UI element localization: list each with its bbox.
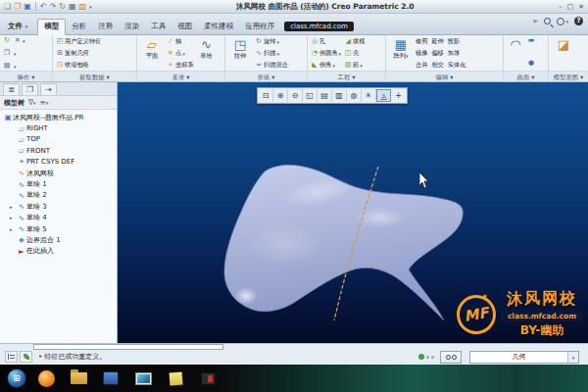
tab-view[interactable]: 视图 — [172, 20, 198, 34]
merge-button[interactable]: 合并 — [416, 61, 427, 70]
tab-applications[interactable]: 应用程序 — [239, 20, 280, 34]
hole-button[interactable]: ◎孔 — [311, 37, 341, 46]
draft-button[interactable]: ◢拔模 — [344, 37, 365, 46]
expand-icon[interactable]: ▸ — [10, 204, 17, 210]
annotation-display-icon[interactable]: ◬ — [376, 89, 391, 102]
group-label-model-intent[interactable]: 模型意图 ▾ — [549, 71, 588, 81]
boundary-blend-button[interactable]: ◠ — [507, 37, 524, 52]
tree-item-boundary-blend[interactable]: ◈边界混合 1 — [0, 234, 117, 245]
fill-button[interactable]: ▬ — [527, 37, 535, 44]
sweep-blend-button[interactable]: ≈扫描混合 — [255, 61, 288, 70]
favorites-tab[interactable]: ⇥ — [40, 83, 57, 95]
close-window-icon[interactable]: ▨ — [79, 3, 87, 11]
operations-extra-button[interactable]: ▾ — [14, 51, 25, 57]
sketch-button[interactable]: ∿ 草绘 — [197, 37, 217, 61]
revolve-button[interactable]: ↻旋转▾ — [255, 37, 288, 46]
point-button[interactable]: ✕点▾ — [167, 49, 194, 58]
tree-settings-icon[interactable]: ≡▾ — [40, 98, 49, 107]
expand-icon[interactable]: ▸ — [10, 215, 17, 220]
search-icon[interactable] — [544, 18, 551, 24]
intersect-button[interactable]: 相交 — [431, 61, 443, 70]
maximize-button[interactable]: ▢ — [567, 3, 574, 11]
solidify-button[interactable]: 实体化 — [448, 61, 466, 70]
udf-button[interactable]: ◰用户定义特征 — [56, 37, 101, 46]
offset-button[interactable]: 偏移 — [431, 49, 443, 58]
spin-center-icon[interactable]: + — [391, 89, 406, 102]
navigator-toggle-button[interactable] — [5, 351, 18, 363]
filter-icon[interactable]: ∇▾ — [28, 98, 36, 107]
group-label-shapes[interactable]: 形状 ▾ — [225, 71, 307, 81]
tab-model[interactable]: 模型 — [37, 19, 66, 35]
group-label-surfaces[interactable]: 曲面 ▾ — [504, 71, 548, 81]
tree-item-top-plane[interactable]: ▱TOP — [0, 134, 117, 145]
datum-plane-button[interactable]: ▱ 平面 — [140, 37, 164, 61]
folder-icon[interactable] — [68, 368, 89, 388]
tree-item-insert-here[interactable]: ►在此插入 — [0, 246, 117, 257]
graphics-viewport[interactable]: ⊡ ⊕ ⊖ ◱ ▤ ▥ ◍ ✳ ◬ + MF ✦ 沐风网校 class.mfca… — [118, 82, 588, 343]
model-intent-button[interactable]: ◪ — [552, 37, 575, 52]
tab-file[interactable]: 文件 ▾ — [2, 20, 33, 34]
tree-item-right-plane[interactable]: ▱RIGHT — [0, 122, 117, 133]
model-tree-tab[interactable]: ≣ — [3, 83, 20, 95]
tree-item-sketch-2[interactable]: ∿草绘 2 — [0, 190, 117, 201]
shrinkwrap-button[interactable]: ◳收缩包络 — [56, 61, 101, 70]
pattern-button[interactable]: ▦ 阵列▾ — [389, 37, 413, 61]
chamfer-button[interactable]: ◣倒角▾ — [311, 61, 341, 70]
rib-button[interactable]: ▥筋▾ — [344, 61, 365, 70]
freestyle-button[interactable]: ● — [527, 60, 535, 67]
close-button[interactable]: ✕ — [578, 3, 584, 11]
command-locator-icon[interactable]: ➢ — [532, 17, 539, 25]
tree-item-sketch-mufeng[interactable]: ∿沐风网校 — [0, 168, 117, 178]
group-label-get-data[interactable]: 获取数据 ▾ — [53, 71, 136, 81]
tab-analysis[interactable]: 分析 — [66, 20, 92, 34]
redo-icon[interactable]: ↷ — [50, 3, 57, 11]
tab-flexible-modeling[interactable]: 柔性建模 — [198, 20, 239, 34]
new-file-icon[interactable]: ❏ — [4, 3, 11, 11]
save-icon[interactable]: ▣ — [24, 3, 31, 11]
regenerate-icon[interactable]: ↻ — [59, 3, 66, 11]
shell-button[interactable]: ◫壳 — [344, 49, 365, 58]
copy-geometry-button[interactable]: ⊞复制几何 — [56, 49, 101, 58]
expand-icon[interactable]: ▸ — [10, 226, 17, 232]
zoom-out-icon[interactable]: ⊖ — [288, 89, 303, 102]
image-viewer-icon[interactable] — [132, 368, 154, 388]
group-label-editing[interactable]: 编辑 ▾ — [386, 71, 503, 81]
media-app-icon[interactable] — [197, 368, 219, 388]
csys-button[interactable]: ⌖坐标系 — [167, 61, 194, 70]
tree-item-sketch-1[interactable]: ∿草绘 1 — [0, 178, 117, 189]
undo-icon[interactable]: ↶ — [40, 3, 47, 11]
project-button[interactable]: 投影 — [448, 37, 466, 46]
group-label-datum[interactable]: 基准 ▾ — [137, 71, 224, 81]
browser-icon[interactable] — [35, 368, 57, 388]
tree-item-sketch-3[interactable]: ▸∿草绘 3 — [0, 201, 117, 212]
extend-button[interactable]: 延伸 — [431, 37, 443, 46]
datum-display-icon[interactable]: ✳ — [362, 89, 376, 102]
tab-annotate[interactable]: 注释 — [92, 20, 119, 34]
mirror-button[interactable]: 镜像 — [416, 49, 427, 58]
tree-item-sketch-4[interactable]: ▸∿草绘 4 — [0, 213, 117, 223]
copy-button[interactable]: ❐ — [3, 50, 11, 57]
thicken-button[interactable]: 加厚 — [448, 49, 466, 58]
tree-item-root[interactable]: ▣沐风网校--曲面作品.PR — [0, 112, 117, 122]
round-button[interactable]: ◔倒圆角▾ — [311, 49, 341, 58]
system-app-icon[interactable] — [100, 368, 122, 388]
message-log-button[interactable] — [20, 351, 32, 363]
tree-item-csys[interactable]: ⌖PRT CSYS DEF — [0, 157, 117, 168]
extrude-button[interactable]: ◳ 拉伸 — [228, 37, 252, 61]
chevron-down-icon[interactable]: ▾ — [565, 19, 568, 24]
find-button[interactable] — [440, 351, 462, 364]
folder-browser-tab[interactable]: ❐ — [22, 83, 38, 95]
delete-button[interactable]: ✕▾ — [14, 37, 25, 44]
selection-filter-dropdown[interactable]: 几何 ▾ — [469, 351, 579, 364]
minimize-button[interactable]: – — [559, 3, 563, 11]
group-label-operations[interactable]: 操作 ▾ — [0, 71, 52, 81]
repaint-icon[interactable]: ◱ — [303, 89, 318, 102]
windows-icon[interactable]: ▦ — [69, 3, 76, 11]
start-button[interactable]: ⊞ — [7, 368, 26, 388]
tab-render[interactable]: 渲染 — [119, 20, 145, 34]
display-style-icon[interactable]: ◍ — [347, 89, 362, 102]
trim-button[interactable]: 修剪 — [416, 37, 427, 46]
view-manager-icon[interactable]: ▥ — [332, 89, 347, 102]
group-label-engineering[interactable]: 工程 ▾ — [308, 71, 385, 81]
operations-extra-button[interactable]: ▾ — [14, 64, 25, 70]
